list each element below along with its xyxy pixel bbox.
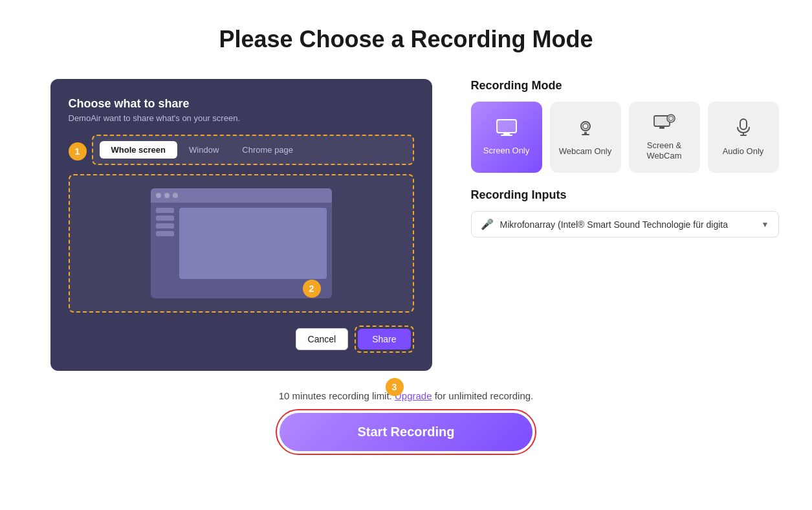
svg-rect-0 bbox=[497, 120, 516, 133]
mode-card-screen-only[interactable]: Screen Only bbox=[471, 102, 542, 173]
limit-text: 10 minutes recording limit. Upgrade for … bbox=[279, 390, 534, 401]
microphone-dropdown[interactable]: 🎤 Mikrofonarray (Intel® Smart Sound Tech… bbox=[471, 211, 779, 238]
recording-mode-section: Recording Mode Screen Only bbox=[471, 79, 779, 173]
screen-icon bbox=[496, 119, 517, 140]
step2-badge: 2 bbox=[303, 280, 321, 298]
dialog-title: Choose what to share bbox=[69, 97, 414, 111]
topbar-dot bbox=[164, 193, 170, 198]
cancel-button[interactable]: Cancel bbox=[296, 328, 349, 350]
sidebar-mock bbox=[156, 208, 174, 279]
step3-badge: 3 bbox=[386, 378, 404, 396]
tab-window[interactable]: Window bbox=[177, 141, 230, 159]
microphone-icon: 🎤 bbox=[481, 218, 494, 230]
screen-topbar bbox=[151, 188, 332, 203]
mode-card-webcam-only[interactable]: Webcam Only bbox=[550, 102, 621, 173]
topbar-dot bbox=[173, 193, 178, 198]
svg-rect-2 bbox=[501, 135, 512, 136]
screen-only-label: Screen Only bbox=[483, 146, 530, 156]
screen-webcam-icon bbox=[653, 114, 675, 135]
audio-only-label: Audio Only bbox=[723, 146, 764, 157]
svg-point-3 bbox=[581, 122, 590, 131]
screen-webcam-label: Screen & WebCam bbox=[629, 140, 700, 161]
tab-row-container: Whole screen Window Chrome page bbox=[92, 135, 414, 165]
start-recording-wrapper: Start Recording bbox=[276, 409, 536, 455]
tab-chrome-page[interactable]: Chrome page bbox=[230, 141, 305, 159]
dialog-mockup: 1 Choose what to share DemoAir want to s… bbox=[50, 79, 432, 371]
dialog-subtitle: DemoAir want to share what's on your scr… bbox=[69, 113, 414, 123]
share-button[interactable]: Share bbox=[358, 329, 410, 349]
webcam-icon bbox=[576, 118, 595, 141]
screen-preview bbox=[151, 188, 332, 298]
mode-cards: Screen Only Webcam Only bbox=[471, 102, 779, 173]
mode-card-audio-only[interactable]: Audio Only bbox=[708, 102, 779, 173]
chevron-down-icon: ▼ bbox=[762, 220, 769, 229]
svg-rect-11 bbox=[740, 119, 747, 129]
tab-whole-screen[interactable]: Whole screen bbox=[100, 141, 178, 159]
step1-badge: 1 bbox=[69, 142, 87, 161]
tab-row: Whole screen Window Chrome page bbox=[100, 141, 406, 159]
screen-preview-body bbox=[151, 203, 332, 284]
main-content: 1 Choose what to share DemoAir want to s… bbox=[50, 79, 762, 371]
recording-mode-label: Recording Mode bbox=[471, 79, 779, 93]
start-recording-button[interactable]: Start Recording bbox=[280, 413, 532, 451]
share-btn-container: Share bbox=[355, 326, 413, 353]
recording-inputs-section: Recording Inputs 🎤 Mikrofonarray (Intel®… bbox=[471, 188, 779, 238]
webcam-only-label: Webcam Only bbox=[559, 146, 611, 157]
dialog-buttons: Cancel Share bbox=[69, 326, 414, 353]
svg-rect-6 bbox=[582, 134, 589, 135]
audio-icon bbox=[736, 118, 751, 141]
right-panel: Recording Mode Screen Only bbox=[471, 79, 779, 238]
bottom-section: 10 minutes recording limit. Upgrade for … bbox=[13, 390, 799, 455]
svg-rect-10 bbox=[659, 127, 664, 129]
page-title: Please Choose a Recording Mode bbox=[219, 26, 593, 53]
svg-point-4 bbox=[583, 124, 588, 129]
preview-container bbox=[69, 174, 414, 313]
microphone-label: Mikrofonarray (Intel® Smart Sound Techno… bbox=[500, 219, 755, 230]
topbar-dot bbox=[156, 193, 161, 198]
content-mock bbox=[179, 208, 327, 279]
svg-point-8 bbox=[667, 115, 675, 122]
mode-card-screen-webcam[interactable]: Screen & WebCam bbox=[629, 102, 700, 173]
recording-inputs-label: Recording Inputs bbox=[471, 188, 779, 202]
